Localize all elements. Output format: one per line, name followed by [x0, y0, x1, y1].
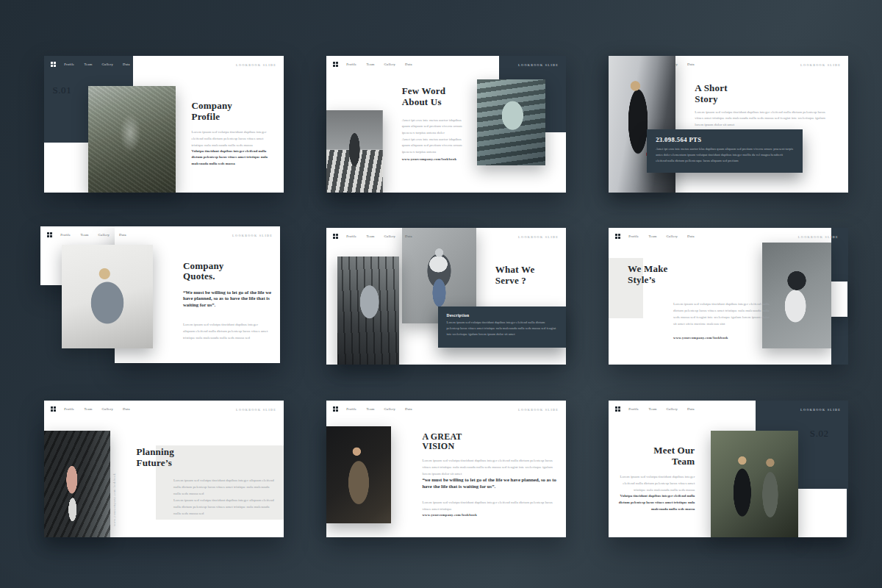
slide-title: Company Quotes. [183, 261, 224, 282]
slide-company-quotes: Profile Team Gallery Data LOOKBOOK SLIDE… [40, 226, 280, 363]
grid-logo-icon [51, 62, 56, 67]
nav-item-team: Team [84, 62, 92, 66]
photo-woman-crossing-street [326, 110, 383, 193]
nav-item-team: Team [366, 234, 374, 238]
section-marker: S.01 [52, 85, 71, 96]
nav-item-data: Data [687, 234, 695, 238]
slide-title: We Make Style’s [628, 264, 667, 285]
nav-item-profile: Profile [60, 233, 71, 237]
description-label: Description [447, 313, 557, 318]
nav-item-gallery: Gallery [384, 62, 396, 66]
body-paragraph: Lorem ipsum sed volutpa tincidunt dapibu… [422, 458, 553, 477]
photo-person-on-bleachers [477, 79, 545, 165]
grid-logo-icon [615, 234, 620, 239]
nav-item-gallery: Gallery [384, 234, 396, 238]
nav-item-team: Team [366, 62, 374, 66]
slide-title: Company Profile [191, 101, 232, 122]
lookbook-wordmark: LOOKBOOK SLIDE [800, 408, 841, 412]
slide-nav: Profile Team Gallery Data [51, 406, 140, 412]
lookbook-slides-preview-board: Profile Team Gallery Data LOOKBOOK SLIDE… [0, 0, 882, 588]
nav-item-profile: Profile [346, 62, 356, 66]
photo-woman-brown-coat [326, 426, 391, 523]
slide-title: Few Word About Us [402, 86, 446, 107]
body-paragraph-bold: Volutpa tincidunt dapibus integer eleife… [191, 148, 273, 168]
lookbook-wordmark: LOOKBOOK SLIDE [798, 235, 839, 239]
slide-nav: Profile Team Gallery Data [333, 62, 422, 67]
lookbook-wordmark: LOOKBOOK SLIDE [800, 63, 841, 67]
nav-item-data: Data [687, 62, 695, 66]
slide-title: Meet Our Team [618, 445, 695, 467]
slide-few-word-about-us: Profile Team Gallery Data LOOKBOOK SLIDE… [326, 56, 566, 193]
photo-two-women [711, 431, 798, 537]
slide-what-we-serve: Profile Team Gallery Data LOOKBOOK SLIDE… [326, 228, 566, 365]
body-paragraph: Lorem ipsum sed volutpa tincidunt dapibu… [695, 110, 831, 129]
nav-item-team: Team [648, 234, 656, 238]
nav-item-gallery: Gallery [102, 407, 114, 411]
slide-title: What We Serve ? [495, 265, 535, 286]
photo-woman-crouching [762, 243, 832, 348]
slide-a-short-story: Profile Team Gallery Data LOOKBOOK SLIDE… [609, 56, 848, 193]
quote-text: “We must be willing to let go of the lif… [183, 290, 272, 309]
body-paragraph: Lorem ipsum sed volutpa tincidunt dapibu… [183, 322, 269, 341]
body-paragraph-bold: Volutpa tincidunt dapibus integer eleife… [618, 493, 695, 512]
grid-logo-icon [333, 406, 338, 412]
grid-logo-icon [615, 406, 620, 412]
lookbook-wordmark: LOOKBOOK SLIDE [518, 63, 559, 67]
grid-logo-icon [333, 234, 338, 239]
lookbook-wordmark: LOOKBOOK SLIDE [236, 408, 276, 412]
photo-woman-on-stairs [337, 257, 400, 365]
nav-item-profile: Profile [628, 234, 639, 238]
nav-item-data: Data [405, 62, 412, 66]
photo-woman-on-floor [62, 245, 153, 348]
nav-item-profile: Profile [346, 234, 356, 238]
website-link: www.yourcompany.com/lookbook [402, 157, 457, 161]
nav-item-gallery: Gallery [384, 407, 396, 411]
body-paragraph: Amet ipt eros inte metus auctor idapibus… [402, 137, 468, 156]
description-text: Lorem ipsum sed volutpa tincidunt dapibu… [447, 320, 557, 338]
white-card [44, 143, 89, 193]
website-link: www.yourcompany.com/lookbook [422, 513, 477, 517]
white-card [829, 282, 847, 317]
slide-nav: Profile Team Gallery Data [51, 62, 140, 67]
body-paragraph: Lorem ipsum sed volutpa tincidunt dapibu… [191, 129, 273, 148]
stats-text: Amet ipt eros inte metus auctor klas dap… [656, 146, 794, 165]
photo-woman-on-rocks [88, 86, 176, 193]
nav-item-data: Data [123, 62, 130, 66]
white-card [798, 489, 847, 537]
nav-item-gallery: Gallery [98, 233, 110, 237]
nav-item-data: Data [119, 233, 126, 237]
description-box: Description Lorem ipsum sed volutpa tinc… [438, 306, 566, 348]
slide-company-profile: Profile Team Gallery Data LOOKBOOK SLIDE… [44, 56, 284, 193]
grid-logo-icon [51, 406, 56, 412]
nav-item-profile: Profile [628, 407, 639, 411]
nav-item-team: Team [366, 407, 374, 411]
body-paragraph: Lorem ipsum sed volutpa tincidunt dapibu… [173, 478, 274, 497]
slide-planning-futures: Profile Team Gallery Data LOOKBOOK SLIDE… [44, 401, 284, 537]
website-link: www.yourcompany.com/lookbook [673, 336, 728, 340]
slide-meet-our-team: Profile Team Gallery Data LOOKBOOK SLIDE… [609, 401, 848, 537]
nav-item-gallery: Gallery [667, 234, 678, 238]
grid-logo-icon [47, 232, 52, 237]
body-paragraph: Lorem ipsum sed volutpa tincidunt dapibu… [173, 498, 274, 517]
lookbook-wordmark: LOOKBOOK SLIDE [232, 234, 273, 237]
stats-box: 23.098.564 PTS Amet ipt eros inte metus … [647, 129, 803, 173]
nav-item-gallery: Gallery [102, 62, 114, 66]
slide-title: A GREAT VISION [422, 432, 462, 452]
slide-nav: Profile Team Gallery Data [47, 232, 136, 237]
nav-item-team: Team [84, 407, 92, 411]
nav-item-team: Team [648, 407, 656, 411]
quote-text: “we must be willing to let go of the lif… [422, 477, 559, 490]
body-paragraph: Amet ipt eros inte metus auctor idapibus… [402, 118, 468, 137]
slide-nav: Profile Team Gallery Data [615, 234, 704, 239]
vertical-caption: www.yourcompany.com/lookbook [112, 455, 116, 526]
slide-title: A Short Story [695, 83, 727, 104]
slide-title: Planning Future’s [137, 447, 174, 468]
slide-a-great-vision: Profile Team Gallery Data LOOKBOOK SLIDE… [326, 401, 566, 537]
slide-nav: Profile Team Gallery Data [333, 234, 422, 239]
grid-logo-icon [333, 62, 338, 67]
nav-item-profile: Profile [64, 62, 74, 66]
section-marker: S.02 [810, 428, 829, 440]
body-paragraph: Lorem ipsum sed volutpa tincidunt dapibu… [618, 474, 695, 493]
photo-man-pink-jacket [44, 431, 110, 537]
nav-item-data: Data [405, 407, 412, 411]
